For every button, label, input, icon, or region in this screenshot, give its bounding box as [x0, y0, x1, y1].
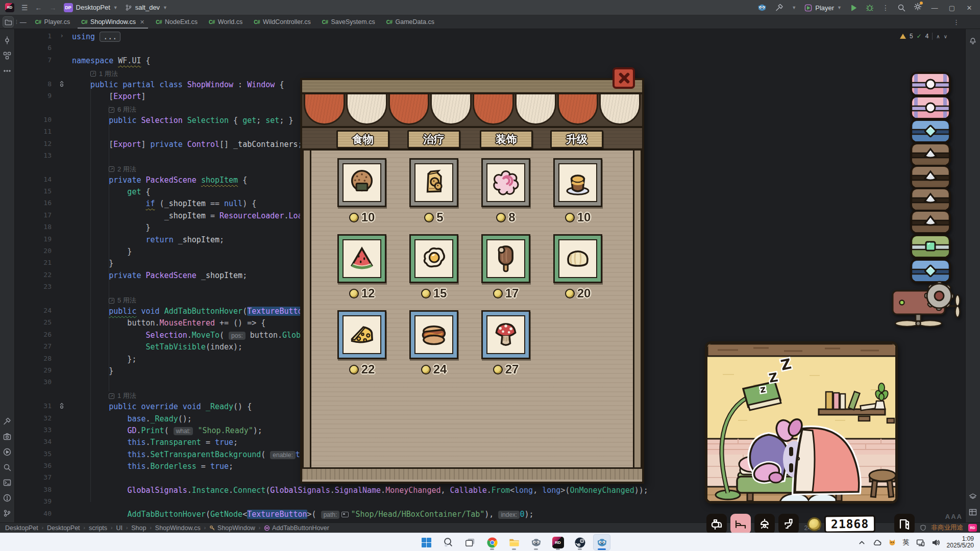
usage-count[interactable]: 1 用法: [99, 69, 118, 79]
shop-item-fried-egg[interactable]: [409, 234, 458, 283]
notifications-icon[interactable]: [969, 36, 977, 44]
lamp-button[interactable]: [754, 514, 775, 534]
taskbar-godot-icon[interactable]: [527, 534, 545, 550]
editor-tab-player[interactable]: C#Player.cs: [30, 15, 76, 29]
debug-button[interactable]: [866, 4, 874, 12]
close-button[interactable]: ✕: [965, 4, 974, 12]
editor-tab-wildcontroller[interactable]: C#WildController.cs: [248, 15, 316, 29]
prev-problem-icon[interactable]: ∧: [936, 34, 940, 39]
close-tab-icon[interactable]: ✕: [140, 19, 144, 26]
chest-gem-brown[interactable]: [910, 209, 951, 237]
shop-item-watermelon[interactable]: [337, 234, 386, 283]
taskbar-search-icon[interactable]: [439, 534, 457, 550]
shop-item-hotdog[interactable]: [409, 310, 458, 359]
gear-machine-sprite[interactable]: [891, 280, 967, 333]
main-menu-icon[interactable]: ☰: [21, 4, 28, 11]
build-hammer-icon[interactable]: [775, 4, 783, 12]
taskbar-rider-icon[interactable]: RD: [549, 534, 567, 550]
project-tool-window-button[interactable]: [3, 16, 14, 28]
breadcrumb-item[interactable]: AddTabButtonHover: [264, 524, 329, 532]
problems-tool-icon[interactable]: [3, 494, 11, 502]
back-icon[interactable]: ←: [35, 4, 42, 11]
ime-indicator[interactable]: 英: [903, 538, 910, 547]
license-label[interactable]: 非商业用途: [932, 523, 964, 532]
branch-widget[interactable]: salt_dev ▼: [125, 4, 167, 11]
grid-tool-icon[interactable]: [969, 508, 977, 516]
services-tool-icon[interactable]: [3, 433, 11, 441]
tray-chevron-icon[interactable]: [857, 538, 866, 547]
taskbar-clock[interactable]: 1:09 2025/5/20: [947, 536, 978, 549]
shop-item-onigiri[interactable]: [337, 158, 386, 207]
pet-room-window[interactable]: z Z Z: [705, 341, 898, 504]
vcs-tool-icon[interactable]: [3, 509, 11, 517]
usage-count[interactable]: 2 用法: [117, 165, 136, 174]
taskbar-chrome-icon[interactable]: [483, 534, 501, 550]
shop-item-bun[interactable]: [553, 234, 602, 283]
breadcrumb-item[interactable]: DesktopPet: [5, 524, 38, 532]
breadcrumb-item[interactable]: scripts: [89, 524, 107, 532]
breadcrumb-item[interactable]: Shop: [131, 524, 146, 532]
taskbar-start-icon[interactable]: [418, 534, 435, 550]
hide-icon[interactable]: —: [20, 18, 27, 26]
chevron-down-icon[interactable]: ▼: [792, 5, 796, 10]
taskbar-explorer-icon[interactable]: [505, 534, 523, 550]
usage-count[interactable]: 6 用法: [117, 105, 136, 114]
toilet-button[interactable]: [778, 514, 799, 534]
editor-tab-gamedata[interactable]: C#GameData.cs: [381, 15, 440, 29]
taskbar-godot-game-icon[interactable]: [593, 534, 610, 550]
inspection-widget[interactable]: 5 ✓ 4 ∧ ∨: [897, 32, 950, 41]
settings-button[interactable]: [914, 3, 922, 13]
shield-icon[interactable]: [920, 524, 926, 531]
door-button[interactable]: [894, 514, 915, 534]
more-tool-icon[interactable]: [3, 67, 11, 75]
editor-tab-world[interactable]: C#World.cs: [203, 15, 248, 29]
more-actions-icon[interactable]: ⋮: [882, 4, 889, 11]
mailbox-button[interactable]: [706, 514, 727, 534]
minimize-button[interactable]: —: [930, 4, 939, 12]
network-icon[interactable]: [916, 538, 925, 547]
shop-item-mushroom[interactable]: [481, 310, 530, 359]
speaker-icon[interactable]: [932, 538, 940, 547]
run-config-widget[interactable]: Player ▼: [804, 4, 842, 12]
next-problem-icon[interactable]: ∨: [944, 34, 947, 39]
build-tool-icon[interactable]: [3, 417, 11, 425]
search-everywhere-icon[interactable]: [897, 4, 905, 12]
breadcrumb-item[interactable]: ShopWindow: [209, 524, 255, 532]
bed-button[interactable]: [730, 514, 751, 534]
editor-tab-shopwindow[interactable]: C#ShopWindow.cs✕: [76, 15, 150, 29]
maximize-button[interactable]: ▢: [947, 4, 957, 12]
project-widget[interactable]: DP DesktopPet ▼: [64, 3, 118, 12]
pet-cat-tray-icon[interactable]: [888, 538, 896, 546]
search-tool-icon[interactable]: [3, 463, 11, 471]
structure-tool-icon[interactable]: [3, 52, 11, 60]
layers-tool-icon[interactable]: [969, 493, 977, 501]
tab-options-icon[interactable]: ⋮: [953, 18, 960, 26]
shop-item-cookie-bag[interactable]: [409, 158, 458, 207]
onedrive-cloud-icon[interactable]: [873, 538, 881, 547]
shop-item-pudding[interactable]: [553, 158, 602, 207]
taskbar-task-view-icon[interactable]: [461, 534, 479, 550]
shop-window[interactable]: 食物治疗装饰升级 10581012151720222427: [300, 67, 647, 486]
taskbar-steam-icon[interactable]: [571, 534, 589, 550]
editor-tab-nodeext[interactable]: C#NodeExt.cs: [150, 15, 203, 29]
shop-tab-3[interactable]: 升级: [550, 130, 603, 148]
shop-tab-2[interactable]: 装饰: [480, 130, 533, 148]
shop-tab-0[interactable]: 食物: [336, 130, 389, 148]
breadcrumb-item[interactable]: ShopWindow.cs: [155, 524, 201, 532]
breadcrumb-item[interactable]: DesktopPet: [47, 524, 80, 532]
chest-emerald-green[interactable]: [910, 234, 951, 261]
run-button[interactable]: [850, 4, 857, 12]
shop-tab-1[interactable]: 治疗: [407, 130, 460, 148]
forward-icon[interactable]: →: [50, 4, 57, 11]
commit-tool-icon[interactable]: [3, 36, 11, 44]
editor-tab-savesystem[interactable]: C#SaveSystem.cs: [316, 15, 381, 29]
shop-item-cheese[interactable]: [337, 310, 386, 359]
run-tool-icon[interactable]: [3, 448, 11, 456]
shop-item-naruto-swirl[interactable]: [481, 158, 530, 207]
usage-count[interactable]: 5 用法: [117, 296, 136, 305]
godot-editor-icon[interactable]: [757, 3, 767, 13]
shop-close-button[interactable]: [612, 67, 635, 89]
breadcrumb-item[interactable]: UI: [116, 524, 122, 532]
terminal-tool-icon[interactable]: [3, 479, 11, 487]
usage-count[interactable]: 1 用法: [117, 391, 136, 400]
